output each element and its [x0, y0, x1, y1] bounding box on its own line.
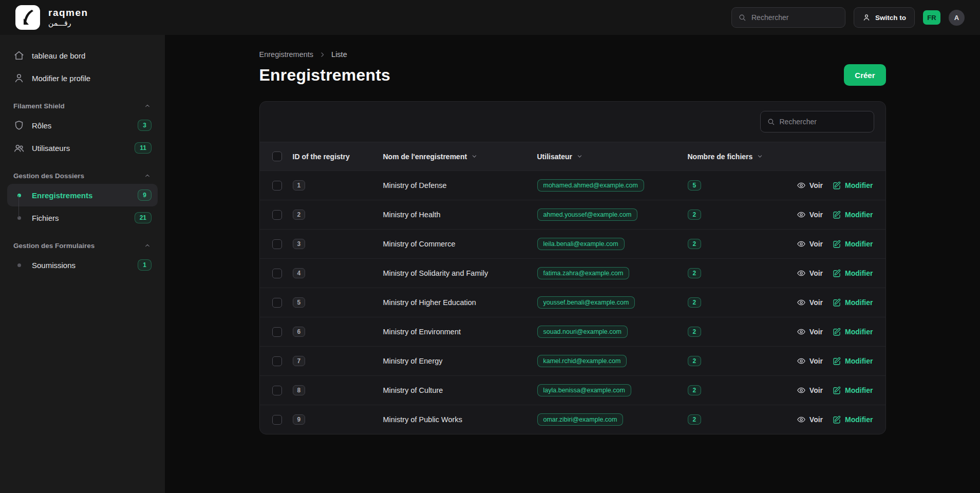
user-email-badge: souad.nouri@example.com	[537, 326, 628, 338]
locale-badge[interactable]: FR	[923, 10, 940, 25]
sidebar-item-label: Soumissions	[32, 261, 76, 270]
registry-id-badge: 7	[293, 356, 306, 366]
registry-name: Ministry of Health	[383, 211, 537, 219]
chevron-up-icon	[143, 102, 152, 110]
sidebar-item-enregistrements[interactable]: Enregistrements 9	[7, 184, 158, 206]
row-checkbox[interactable]	[272, 298, 282, 308]
column-header-files[interactable]: Nombre de fichiers	[688, 153, 873, 161]
sidebar-item-users[interactable]: Utilisateurs 11	[7, 137, 158, 159]
table-header: ID of the registry Nom de l'enregistreme…	[260, 142, 885, 170]
edit-button[interactable]: Modifier	[832, 298, 873, 307]
registry-name: Ministry of Higher Education	[383, 298, 537, 307]
row-checkbox[interactable]	[272, 356, 282, 366]
group-label-text: Gestion des Dossiers	[13, 172, 84, 180]
edit-button[interactable]: Modifier	[832, 415, 873, 424]
registry-name: Ministry of Commerce	[383, 240, 537, 248]
global-search-input[interactable]	[751, 13, 839, 22]
sidebar-item-soumissions[interactable]: Soumissions 1	[7, 254, 158, 276]
eye-icon	[797, 327, 806, 336]
pencil-icon	[832, 269, 841, 278]
bullet-icon	[13, 216, 25, 220]
edit-button[interactable]: Modifier	[832, 181, 873, 190]
chevron-up-icon	[143, 241, 152, 250]
count-badge: 11	[135, 142, 152, 154]
group-label-text: Gestion des Formulaires	[13, 242, 95, 250]
view-label: Voir	[809, 298, 823, 307]
view-button[interactable]: Voir	[797, 327, 823, 336]
switch-to-button[interactable]: Switch to	[854, 7, 915, 28]
row-checkbox[interactable]	[272, 210, 282, 220]
view-label: Voir	[809, 386, 823, 394]
breadcrumb: Enregistrements Liste	[259, 50, 886, 59]
bullet-icon	[13, 194, 25, 197]
view-label: Voir	[809, 328, 823, 336]
view-button[interactable]: Voir	[797, 386, 823, 395]
count-badge: 9	[138, 189, 152, 201]
view-button[interactable]: Voir	[797, 298, 823, 307]
pencil-icon	[832, 210, 841, 219]
view-button[interactable]: Voir	[797, 415, 823, 424]
view-button[interactable]: Voir	[797, 269, 823, 278]
files-count-badge: 2	[688, 414, 702, 425]
row-checkbox[interactable]	[272, 269, 282, 278]
pencil-icon	[832, 181, 841, 190]
table-row: 6 Ministry of Environment souad.nouri@ex…	[260, 317, 885, 346]
main-content: Enregistrements Liste Enregistrements Cr…	[165, 35, 980, 493]
registry-name: Ministry of Public Works	[383, 415, 537, 424]
pencil-icon	[832, 386, 841, 395]
sidebar-item-roles[interactable]: Rôles 3	[7, 114, 158, 137]
edit-button[interactable]: Modifier	[832, 356, 873, 366]
view-button[interactable]: Voir	[797, 210, 823, 219]
sidebar-group-dossiers[interactable]: Gestion des Dossiers	[13, 172, 152, 180]
view-label: Voir	[809, 181, 823, 189]
table-row: 9 Ministry of Public Works omar.zibiri@e…	[260, 405, 885, 434]
chevron-down-icon	[576, 153, 583, 160]
table-row: 7 Ministry of Energy kamel.rchid@example…	[260, 346, 885, 375]
avatar[interactable]: A	[949, 10, 965, 26]
chevron-down-icon	[470, 153, 478, 160]
eye-icon	[797, 386, 806, 395]
edit-button[interactable]: Modifier	[832, 210, 873, 219]
brand[interactable]: raqmen رقـــمن	[15, 5, 88, 30]
registry-name: Ministry of Defense	[383, 181, 537, 189]
registry-name: Ministry of Solidarity and Family	[383, 269, 537, 277]
edit-button[interactable]: Modifier	[832, 239, 873, 249]
column-header-user[interactable]: Utilisateur	[537, 153, 688, 161]
table-search-input[interactable]	[780, 118, 868, 126]
brand-name: raqmen	[48, 7, 88, 19]
topbar: raqmen رقـــمن Switch to FR A	[0, 0, 980, 35]
row-checkbox[interactable]	[272, 239, 282, 249]
eye-icon	[797, 181, 806, 190]
select-all-checkbox[interactable]	[272, 151, 282, 161]
row-checkbox[interactable]	[272, 327, 282, 337]
sidebar-group-filament-shield[interactable]: Filament Shield	[13, 102, 152, 110]
count-badge: 1	[138, 259, 152, 271]
column-header-name[interactable]: Nom de l'enregistrement	[383, 153, 537, 161]
view-button[interactable]: Voir	[797, 181, 823, 190]
registry-id-badge: 4	[293, 268, 306, 278]
sidebar-item-dashboard[interactable]: tableau de bord	[7, 44, 158, 67]
count-badge: 3	[138, 120, 152, 131]
row-checkbox[interactable]	[272, 386, 282, 395]
view-button[interactable]: Voir	[797, 356, 823, 366]
row-checkbox[interactable]	[272, 415, 282, 425]
breadcrumb-parent[interactable]: Enregistrements	[259, 50, 314, 59]
create-button[interactable]: Créer	[844, 64, 885, 86]
sidebar-item-fichiers[interactable]: Fichiers 21	[7, 206, 158, 229]
chevron-right-icon	[318, 51, 326, 59]
user-email-badge: kamel.rchid@example.com	[537, 355, 627, 367]
search-icon	[767, 118, 775, 126]
sidebar-item-edit-profile[interactable]: Modifier le profile	[7, 67, 158, 89]
column-header-id: ID of the registry	[293, 153, 383, 161]
edit-button[interactable]: Modifier	[832, 269, 873, 278]
edit-button[interactable]: Modifier	[832, 327, 873, 336]
sidebar-item-label: Enregistrements	[32, 191, 92, 200]
registry-id-badge: 3	[293, 239, 306, 249]
registry-id-badge: 8	[293, 385, 306, 395]
sidebar-group-formulaires[interactable]: Gestion des Formulaires	[13, 241, 152, 250]
row-checkbox[interactable]	[272, 181, 282, 191]
view-button[interactable]: Voir	[797, 239, 823, 249]
edit-label: Modifier	[845, 357, 873, 365]
user-icon	[13, 72, 25, 84]
edit-button[interactable]: Modifier	[832, 386, 873, 395]
